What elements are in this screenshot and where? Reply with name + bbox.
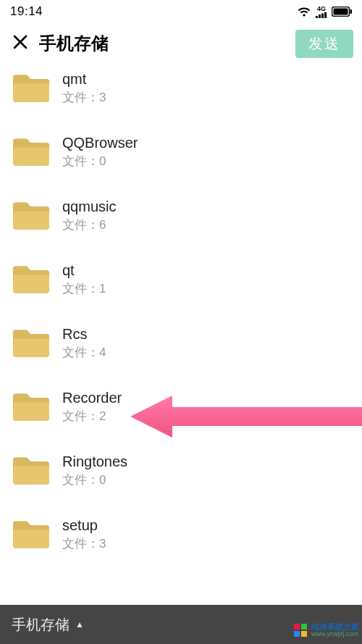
list-gap (0, 113, 362, 127)
close-button[interactable] (9, 32, 32, 55)
folder-subtitle: 文件：2 (62, 408, 122, 425)
folder-text: Rcs文件：4 (62, 326, 106, 361)
folder-item[interactable]: qt文件：1 (0, 255, 362, 304)
wifi-icon (297, 6, 311, 17)
signal-icon: 4G (316, 6, 327, 18)
folder-item[interactable]: QQBrowser文件：0 (0, 127, 362, 177)
folder-text: qt文件：1 (62, 262, 106, 297)
svg-rect-3 (324, 12, 327, 18)
watermark: 纯净系统之家 www.ycwjzj.com (294, 622, 359, 638)
folder-item[interactable]: Rcs文件：4 (0, 319, 362, 368)
watermark-logo-icon (294, 624, 307, 637)
folder-text: Ringtones文件：0 (62, 453, 127, 488)
folder-subtitle: 文件：3 (62, 89, 106, 106)
list-gap (0, 495, 362, 510)
status-time: 19:14 (10, 4, 43, 19)
status-icons: 4G (297, 6, 352, 18)
folder-icon (12, 518, 51, 551)
list-gap (0, 241, 362, 255)
svg-rect-2 (321, 13, 324, 18)
folder-icon (12, 135, 51, 169)
watermark-line2: www.ycwjzj.com (311, 631, 359, 638)
folder-name: QQBrowser (62, 135, 138, 151)
battery-icon (332, 7, 352, 17)
send-button[interactable]: 发送 (295, 30, 353, 58)
folder-subtitle: 文件：0 (62, 472, 127, 488)
close-icon (12, 34, 28, 53)
folder-icon (12, 263, 51, 296)
folder-item[interactable]: Recorder文件：2 (0, 382, 362, 432)
svg-rect-0 (316, 16, 318, 18)
folder-text: setup文件：3 (62, 517, 106, 552)
svg-rect-1 (319, 14, 321, 18)
folder-icon (12, 199, 51, 233)
svg-rect-6 (350, 9, 353, 14)
folder-item[interactable]: Ringtones文件：0 (0, 446, 362, 495)
folder-item[interactable]: setup文件：3 (0, 510, 362, 559)
folder-name: qmt (62, 71, 106, 88)
folder-icon (12, 454, 51, 488)
folder-item[interactable]: qqmusic文件：6 (0, 191, 362, 241)
folder-subtitle: 文件：0 (62, 153, 138, 170)
folder-icon (12, 72, 51, 105)
folder-text: Recorder文件：2 (62, 390, 122, 425)
list-gap (0, 432, 362, 446)
folder-text: qmt文件：3 (62, 71, 106, 106)
folder-name: Rcs (62, 326, 106, 343)
folder-list[interactable]: qmt文件：3QQBrowser文件：0qqmusic文件：6qt文件：1Rcs… (0, 64, 362, 644)
folder-text: qqmusic文件：6 (62, 198, 116, 233)
page-title: 手机存储 (39, 32, 109, 55)
list-gap (0, 368, 362, 382)
folder-subtitle: 文件：4 (62, 344, 106, 361)
folder-subtitle: 文件：1 (62, 280, 106, 297)
folder-name: qqmusic (62, 198, 116, 215)
svg-rect-5 (334, 9, 348, 15)
bottom-path-label: 手机存储 (12, 615, 70, 635)
folder-name: Ringtones (62, 453, 127, 470)
header: 手机存储 发送 (0, 23, 362, 64)
folder-icon (12, 327, 51, 360)
dropdown-triangle-icon: ▲ (75, 619, 84, 630)
list-gap (0, 177, 362, 191)
folder-item[interactable]: qmt文件：3 (0, 64, 362, 113)
list-gap (0, 304, 362, 319)
folder-subtitle: 文件：3 (62, 535, 106, 552)
folder-subtitle: 文件：6 (62, 217, 116, 233)
folder-icon (12, 390, 51, 424)
status-bar: 19:14 4G (0, 0, 362, 23)
folder-name: setup (62, 517, 106, 534)
folder-name: qt (62, 262, 106, 279)
folder-name: Recorder (62, 390, 122, 406)
folder-text: QQBrowser文件：0 (62, 135, 138, 170)
